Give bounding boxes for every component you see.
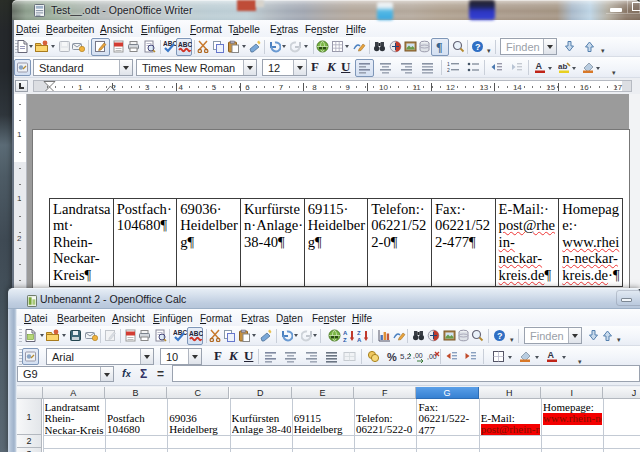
- svg-text:ab: ab: [558, 62, 567, 71]
- svg-text:¶: ¶: [436, 40, 442, 53]
- svg-text:A: A: [357, 337, 362, 342]
- svg-text:ABC: ABC: [178, 41, 192, 48]
- svg-text:Z: Z: [357, 330, 361, 336]
- svg-text:,00: ,00: [413, 352, 423, 359]
- svg-text:A: A: [548, 350, 555, 360]
- svg-text:?: ?: [497, 331, 503, 341]
- svg-text:%: %: [387, 351, 397, 363]
- svg-text:Z: Z: [343, 337, 347, 342]
- svg-text:A: A: [343, 330, 348, 336]
- svg-text:ABC: ABC: [163, 40, 177, 47]
- svg-text:A: A: [536, 61, 543, 71]
- svg-text:ABC: ABC: [189, 330, 203, 337]
- svg-text:ABC: ABC: [173, 329, 187, 336]
- svg-text:2: 2: [447, 67, 450, 73]
- svg-text:,00: ,00: [427, 353, 437, 360]
- svg-text:?: ?: [475, 42, 481, 52]
